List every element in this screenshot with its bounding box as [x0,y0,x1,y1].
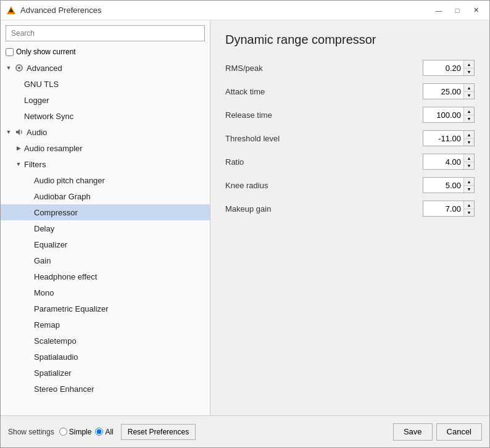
tree-item-label-scaletempo: Scaletempo [34,336,77,346]
tree-item-audiobar_graph[interactable]: Audiobar Graph [1,188,210,204]
expand-icon-remap [24,320,33,329]
close-button[interactable]: ✕ [467,4,484,17]
expand-icon-audio: ▼ [4,128,13,136]
only-show-current-checkbox[interactable] [6,48,14,56]
tree-item-label-gain: Gain [34,256,51,265]
radio-simple-label[interactable]: Simple [59,428,92,436]
spin-up-3[interactable]: ▲ [464,131,474,138]
tree-item-network_sync[interactable]: Network Sync [1,108,210,124]
tree-item-label-gnu_tls: GNU TLS [24,80,59,89]
tree-item-label-audio: Audio [27,128,47,137]
search-input[interactable] [6,25,205,41]
tree-item-audio_resampler[interactable]: ▶Audio resampler [1,140,210,156]
param-input-6[interactable] [423,201,463,216]
right-panel: Dynamic range compressor RMS/peak▲▼Attac… [210,20,489,415]
radio-all-label[interactable]: All [95,428,113,436]
expand-icon-delay [24,224,33,233]
spin-up-6[interactable]: ▲ [464,201,474,209]
spin-buttons-3: ▲▼ [463,131,474,146]
svg-rect-2 [9,12,14,14]
tree-item-label-filters: Filters [24,160,46,169]
param-input-3[interactable] [423,131,463,146]
bottom-bar: Show settings Simple All Reset Preferenc… [1,415,489,447]
spin-up-0[interactable]: ▲ [464,60,474,68]
radio-all[interactable] [95,428,103,436]
expand-icon-headphone_effect [24,272,33,281]
cancel-button[interactable]: Cancel [436,423,482,441]
window-controls: — □ ✕ [430,4,484,17]
tree-item-scaletempo[interactable]: Scaletempo [1,333,210,349]
tree-item-label-parametric_equalizer: Parametric Equalizer [34,304,109,313]
tree-item-logger[interactable]: Logger [1,92,210,108]
param-input-wrapper-3: ▲▼ [423,130,475,146]
spin-down-4[interactable]: ▼ [464,162,474,169]
save-button[interactable]: Save [393,423,433,441]
tree-item-spatialaudio[interactable]: Spatialaudio [1,349,210,365]
tree-item-filters[interactable]: ▼Filters [1,156,210,172]
tree-item-parametric_equalizer[interactable]: Parametric Equalizer [1,301,210,317]
reset-preferences-button[interactable]: Reset Preferences [121,424,196,440]
tree-item-equalizer[interactable]: Equalizer [1,236,210,252]
expand-icon-audio_pitch_changer [24,176,33,185]
spin-buttons-0: ▲▼ [463,60,474,75]
spin-down-3[interactable]: ▼ [464,138,474,146]
spin-down-5[interactable]: ▼ [464,185,474,193]
param-input-1[interactable] [423,84,463,99]
param-input-2[interactable] [423,107,463,122]
param-input-4[interactable] [423,154,463,169]
param-input-wrapper-4: ▲▼ [423,154,475,170]
radio-simple[interactable] [59,428,67,436]
spin-down-2[interactable]: ▼ [464,115,474,122]
tree-item-label-audiobar_graph: Audiobar Graph [34,192,91,201]
only-show-current-label: Only show current [16,48,76,56]
tree-item-gain[interactable]: Gain [1,252,210,268]
spin-buttons-6: ▲▼ [463,201,474,216]
spin-up-2[interactable]: ▲ [464,107,474,115]
param-label-1: Attack time [225,87,423,96]
expand-icon-audio_resampler: ▶ [14,144,23,152]
param-input-0[interactable] [423,60,463,75]
spin-up-4[interactable]: ▲ [464,154,474,162]
spin-down-1[interactable]: ▼ [464,91,474,99]
param-input-5[interactable] [423,178,463,193]
tree-item-audio_pitch_changer[interactable]: Audio pitch changer [1,172,210,188]
tree-item-spatializer[interactable]: Spatializer [1,365,210,381]
param-input-wrapper-0: ▲▼ [423,60,475,76]
tree-item-mono[interactable]: Mono [1,284,210,301]
tree-item-label-mono: Mono [34,288,54,297]
spin-down-6[interactable]: ▼ [464,209,474,216]
expand-icon-mono [24,288,33,297]
tree-item-gnu_tls[interactable]: GNU TLS [1,76,210,92]
show-settings-label: Show settings [8,428,54,436]
expand-icon-equalizer [24,240,33,249]
expand-icon-network_sync [14,112,23,120]
tree-item-delay[interactable]: Delay [1,220,210,236]
tree-item-audio[interactable]: ▼Audio [1,124,210,140]
tree-item-remap[interactable]: Remap [1,317,210,333]
param-label-4: Ratio [225,157,423,167]
expand-icon-gain [24,256,33,265]
param-row-4: Ratio▲▼ [225,153,475,170]
tree-item-compressor[interactable]: Compressor [1,204,210,220]
param-label-6: Makeup gain [225,204,423,214]
maximize-button[interactable]: □ [449,4,466,17]
tree-container[interactable]: ▼AdvancedGNU TLSLoggerNetwork Sync▼Audio… [1,60,210,415]
expand-icon-compressor [24,208,33,217]
param-label-2: Release time [225,110,423,120]
window-title: Advanced Preferences [20,6,430,15]
tree-item-label-headphone_effect: Headphone effect [34,272,97,281]
tree-item-advanced[interactable]: ▼Advanced [1,60,210,76]
tree-item-label-stereo_enhancer: Stereo Enhancer [34,384,94,394]
tree-item-label-delay: Delay [34,224,54,233]
tree-item-stereo_enhancer[interactable]: Stereo Enhancer [1,381,210,397]
left-panel: Only show current ▼AdvancedGNU TLSLogger… [1,20,210,415]
spin-up-5[interactable]: ▲ [464,178,474,185]
spin-buttons-2: ▲▼ [463,107,474,122]
tree-item-label-spatializer: Spatializer [34,368,72,378]
tree-item-headphone_effect[interactable]: Headphone effect [1,268,210,284]
spin-up-1[interactable]: ▲ [464,84,474,91]
param-input-wrapper-5: ▲▼ [423,177,475,193]
main-content: Only show current ▼AdvancedGNU TLSLogger… [1,20,489,415]
minimize-button[interactable]: — [430,4,447,17]
spin-down-0[interactable]: ▼ [464,68,474,75]
